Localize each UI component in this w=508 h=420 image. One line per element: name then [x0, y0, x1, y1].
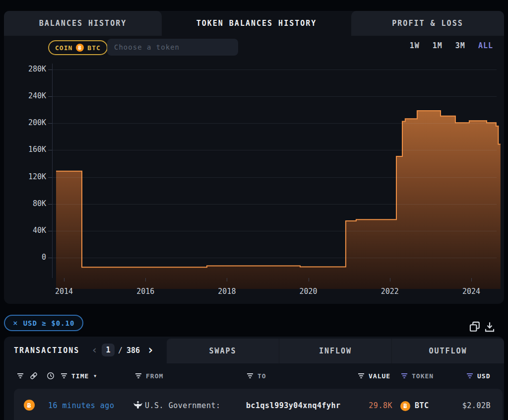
y-tick — [48, 177, 52, 178]
tab-label: BALANCES HISTORY — [39, 19, 127, 28]
coin-chip-label: COIN — [55, 44, 72, 52]
tx-token-symbol: BTC — [415, 400, 429, 412]
y-axis-line — [52, 64, 53, 278]
y-axis-label: 160K — [16, 145, 46, 154]
tab-inflow[interactable]: INFLOW — [279, 339, 391, 363]
range-all[interactable]: ALL — [478, 41, 493, 50]
coin-chip-symbol: BTC — [87, 44, 100, 52]
column-label: TIME — [71, 372, 89, 380]
column-header-to[interactable]: TO — [247, 370, 266, 382]
tab-token-balances-history[interactable]: TOKEN BALANCES HISTORY — [162, 11, 351, 36]
y-tick — [48, 70, 52, 70]
y-axis-label: 40K — [16, 226, 46, 235]
token-search-input[interactable] — [107, 39, 238, 56]
tx-value: 29.8K — [369, 400, 392, 412]
x-tick — [309, 278, 309, 281]
filter-chip-label: USD ≥ $0.10 — [23, 319, 75, 327]
filter-icon — [358, 373, 365, 379]
y-axis-label: 80K — [16, 199, 46, 208]
remove-filter-icon[interactable]: × — [13, 318, 18, 328]
y-tick — [48, 123, 52, 124]
filter-icon — [247, 373, 254, 379]
btc-icon: Ƀ — [76, 44, 84, 52]
tx-to-address[interactable]: bc1qsl993y04xnq4fyhr — [246, 400, 348, 412]
token-balances-panel: BALANCES HISTORY TOKEN BALANCES HISTORY … — [4, 11, 504, 304]
y-axis-label: 280K — [16, 65, 46, 73]
y-tick — [48, 96, 52, 97]
time-range-selector: 1W 1M 3M ALL — [410, 41, 493, 50]
range-3m[interactable]: 3M — [455, 41, 465, 50]
tx-from-entity[interactable]: U.S. Government: — [145, 400, 221, 412]
column-header-time[interactable]: TIME ▼ — [61, 370, 97, 382]
x-tick — [471, 278, 472, 281]
page-total: 386 — [127, 346, 140, 355]
tab-swaps[interactable]: SWAPS — [167, 339, 279, 363]
tab-label: PROFIT & LOSS — [392, 19, 463, 28]
tab-outflow[interactable]: OUTFLOW — [391, 339, 504, 363]
tab-label: SWAPS — [209, 347, 236, 355]
download-icon[interactable] — [484, 321, 496, 335]
tx-link-filter-button[interactable] — [30, 370, 38, 382]
filter-all-button[interactable] — [17, 370, 24, 382]
x-tick — [64, 278, 64, 281]
column-label: TO — [257, 372, 266, 380]
tab-profit-loss[interactable]: PROFIT & LOSS — [351, 11, 504, 36]
range-1m[interactable]: 1M — [433, 41, 443, 50]
page-separator: / — [118, 346, 123, 355]
range-1w[interactable]: 1W — [410, 41, 420, 50]
y-tick — [48, 204, 52, 205]
sort-caret-icon: ▼ — [94, 374, 97, 378]
column-label: VALUE — [369, 372, 390, 380]
chart-area-fill — [56, 111, 501, 289]
filter-icon — [17, 373, 24, 379]
x-tick — [145, 278, 146, 281]
page-number[interactable]: 1 — [102, 344, 115, 356]
us-government-icon — [133, 399, 143, 411]
filter-icon-active — [466, 373, 473, 379]
y-tick — [48, 150, 52, 150]
column-header-token[interactable]: TOKEN — [401, 370, 434, 382]
transaction-row[interactable]: Ƀ 16 minutes ago U.S. Government: bc1qsl… — [14, 389, 503, 420]
tab-label: INFLOW — [319, 347, 352, 355]
y-axis-label: 120K — [16, 172, 46, 181]
gridline — [52, 70, 497, 70]
transactions-panel: TRANSACTIONS ‹ 1 / 386 › SWAPS INFLOW OU… — [4, 337, 504, 420]
filter-icon — [61, 373, 67, 379]
transactions-tab-strip: SWAPS INFLOW OUTFLOW — [167, 339, 504, 363]
usd-filter-chip[interactable]: × USD ≥ $0.10 — [4, 315, 83, 331]
token-icon: Ƀ — [400, 400, 410, 412]
page-prev-button[interactable]: ‹ — [91, 344, 98, 356]
tab-label: OUTFLOW — [429, 347, 467, 355]
balance-area-chart[interactable] — [56, 74, 501, 289]
tx-time-link[interactable]: 16 minutes ago — [48, 400, 114, 412]
filter-icon-active — [401, 373, 408, 379]
filter-icon — [135, 373, 142, 379]
y-axis-label: 0 — [16, 253, 46, 262]
coin-btc-chip[interactable]: COIN Ƀ BTC — [48, 40, 108, 55]
link-icon — [30, 372, 38, 380]
time-mode-button[interactable] — [47, 370, 55, 382]
tab-label: TOKEN BALANCES HISTORY — [196, 19, 317, 28]
copy-icon[interactable] — [469, 321, 481, 335]
y-tick — [48, 231, 52, 231]
column-label: USD — [477, 372, 490, 380]
column-header-from[interactable]: FROM — [135, 370, 163, 382]
y-axis-label: 240K — [16, 91, 46, 100]
x-tick — [227, 278, 227, 281]
column-label: TOKEN — [412, 372, 434, 380]
row-token-icon: Ƀ — [24, 399, 35, 411]
column-header-usd[interactable]: USD — [466, 370, 490, 382]
x-tick — [390, 278, 390, 281]
transactions-title: TRANSACTIONS — [14, 346, 79, 355]
y-axis-label: 200K — [16, 118, 46, 127]
app-root: BALANCES HISTORY TOKEN BALANCES HISTORY … — [0, 0, 508, 420]
page-next-button[interactable]: › — [147, 343, 154, 357]
tab-balances-history[interactable]: BALANCES HISTORY — [4, 11, 162, 36]
column-label: FROM — [146, 372, 163, 380]
clock-icon — [47, 372, 55, 380]
y-tick — [48, 258, 52, 258]
column-header-value[interactable]: VALUE — [358, 370, 390, 382]
tx-usd-value: $2.02B — [462, 400, 491, 412]
